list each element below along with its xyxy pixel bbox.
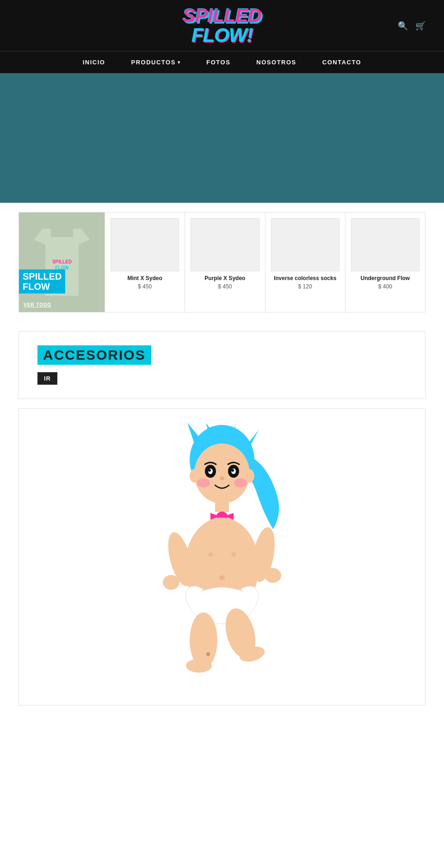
nav-inicio[interactable]: INICIO [70,51,118,73]
svg-point-26 [219,575,225,580]
product-price-underground-flow: $ 400 [378,283,392,290]
logo-line2: FLOW! [191,24,253,46]
search-icon[interactable] [398,20,408,31]
product-image-purple-x-sydeo [191,218,259,271]
main-nav: INICIO PRODUCTOS ▾ FOTOS NOSOTROS CONTAC… [0,51,444,73]
ir-button[interactable]: IR [37,372,57,385]
product-card-inverse-colorless-socks[interactable]: Inverse colorless socks $ 120 [265,212,345,312]
product-name-inverse-colorless-socks: Inverse colorless socks [274,275,336,281]
featured-product-image: SPILLED FLOW [19,212,105,312]
product-card-underground-flow[interactable]: Underground Flow $ 400 [345,212,425,312]
chevron-down-icon: ▾ [178,60,181,65]
svg-point-19 [197,478,210,487]
svg-point-30 [163,575,179,590]
product-card-purple-x-sydeo[interactable]: Purple X Sydeo $ 450 [185,212,265,312]
product-image-inverse-colorless-socks [271,218,339,271]
product-name-underground-flow: Underground Flow [361,275,410,281]
site-header: SPILLED FLOW! [0,0,444,51]
product-image-underground-flow [351,218,419,271]
product-image-mint-x-sydeo [111,218,179,271]
accesorios-section: ACCESORIOS IR [18,331,426,399]
svg-point-34 [186,659,212,673]
svg-rect-21 [215,500,229,512]
nav-fotos[interactable]: FOTOS [193,51,243,73]
featured-product[interactable]: SPILLED FLOW SPILLED FLOW VER TODO [19,212,105,312]
cart-icon[interactable] [415,20,426,31]
svg-point-28 [231,552,236,557]
logo-line1: SPILLED [183,5,261,26]
character-container [134,423,310,691]
logo-area[interactable]: SPILLED FLOW! [46,6,398,45]
product-name-purple-x-sydeo: Purple X Sydeo [204,275,245,281]
nav-contacto[interactable]: CONTACTO [309,51,374,73]
accesorios-title: ACCESORIOS [37,345,151,365]
products-section: SPILLED FLOW SPILLED FLOW VER TODO Mint … [0,203,444,322]
svg-point-18 [220,476,224,480]
brand-name-line1: SPILLED [23,271,62,281]
svg-point-17 [231,469,234,472]
product-price-purple-x-sydeo: $ 450 [218,283,232,290]
product-price-mint-x-sydeo: $ 450 [138,283,152,290]
svg-text:SPILLED: SPILLED [52,259,71,264]
svg-point-20 [234,478,247,487]
svg-point-9 [194,443,250,504]
svg-point-37 [206,652,210,656]
logo: SPILLED FLOW! [183,6,261,45]
brand-name-line2: FLOW [23,281,62,292]
header-actions [398,20,426,31]
svg-marker-8 [249,430,259,448]
products-row: SPILLED FLOW SPILLED FLOW VER TODO Mint … [18,212,426,312]
nav-nosotros[interactable]: NOSOTROS [243,51,309,73]
ver-todo-button[interactable]: VER TODO [24,302,51,307]
svg-point-32 [265,568,281,583]
product-name-mint-x-sydeo: Mint X Sydeo [127,275,162,281]
svg-point-14 [208,469,211,472]
hero-banner [0,73,444,203]
character-section [18,408,426,706]
nav-productos[interactable]: PRODUCTOS ▾ [118,51,193,73]
character-svg [134,423,310,691]
svg-point-27 [208,552,213,557]
featured-overlay: SPILLED FLOW [19,269,65,293]
product-card-mint-x-sydeo[interactable]: Mint X Sydeo $ 450 [105,212,185,312]
product-price-inverse-colorless-socks: $ 120 [298,283,312,290]
